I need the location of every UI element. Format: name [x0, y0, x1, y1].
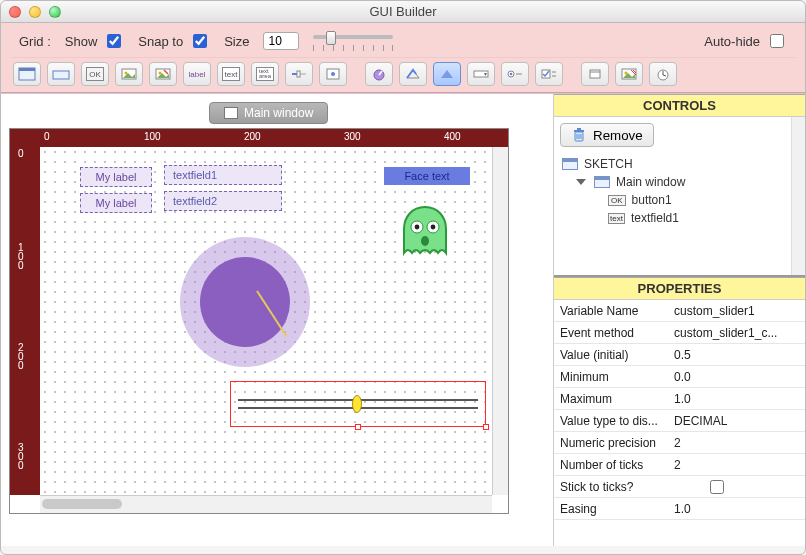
- tool-knob-icon[interactable]: [365, 62, 393, 86]
- svg-rect-35: [577, 128, 581, 130]
- property-value[interactable]: [670, 477, 805, 497]
- tool-label-icon[interactable]: label: [183, 62, 211, 86]
- property-value[interactable]: 1.0: [670, 392, 805, 406]
- canvas-textfield-1[interactable]: textfield1: [164, 165, 282, 185]
- tool-timer-icon[interactable]: [581, 62, 609, 86]
- tool-droplist-icon[interactable]: [467, 62, 495, 86]
- controls-panel-header: CONTROLS: [554, 94, 805, 117]
- zoom-icon[interactable]: [49, 6, 61, 18]
- property-row[interactable]: Numeric precision2: [554, 432, 805, 454]
- property-key: Minimum: [554, 370, 670, 384]
- button-icon: OK: [608, 195, 626, 206]
- tool-img-toggle-icon[interactable]: [149, 62, 177, 86]
- canvas-textfield-2[interactable]: textfield2: [164, 191, 282, 211]
- property-value[interactable]: 2: [670, 458, 805, 472]
- tool-slider-icon[interactable]: [285, 62, 313, 86]
- resize-handle-br[interactable]: [483, 424, 489, 430]
- tool-button-icon[interactable]: OK: [81, 62, 109, 86]
- canvas-ghost-sprite[interactable]: [398, 203, 452, 263]
- canvas-face-button[interactable]: Face text: [384, 167, 470, 185]
- canvas-hscrollbar[interactable]: [40, 495, 492, 513]
- autohide-label: Auto-hide: [704, 34, 760, 49]
- property-value[interactable]: 1.0: [670, 502, 805, 516]
- svg-point-11: [331, 72, 335, 76]
- property-key: Event method: [554, 326, 670, 340]
- property-value[interactable]: custom_slider1_c...: [670, 326, 805, 340]
- controls-scrollbar[interactable]: [791, 117, 805, 275]
- tool-image-icon[interactable]: [615, 62, 643, 86]
- tool-stick-icon[interactable]: [433, 62, 461, 86]
- property-row[interactable]: Minimum0.0: [554, 366, 805, 388]
- custom-slider-thumb[interactable]: [352, 395, 362, 413]
- tool-slider2d-icon[interactable]: [319, 62, 347, 86]
- canvas-frame: 0 100 200 300 400 0 100 200 300 My label…: [9, 128, 509, 514]
- tree-row-textfield1[interactable]: text textfield1: [562, 209, 799, 227]
- tool-image-button-icon[interactable]: [115, 62, 143, 86]
- canvas-label-1[interactable]: My label: [80, 167, 152, 187]
- content-area: Main window 0 100 200 300 400 0 100 200 …: [1, 93, 805, 546]
- snap-grid-checkbox[interactable]: Snap to: [138, 31, 210, 51]
- autohide-checkbox[interactable]: Auto-hide: [704, 31, 787, 51]
- property-value[interactable]: 2: [670, 436, 805, 450]
- property-key: Value (initial): [554, 348, 670, 362]
- tree-row-sketch[interactable]: SKETCH: [562, 155, 799, 173]
- property-row[interactable]: Number of ticks2: [554, 454, 805, 476]
- property-row[interactable]: Value type to dis...DECIMAL: [554, 410, 805, 432]
- ruler-h-0: 0: [44, 131, 50, 142]
- autohide-input[interactable]: [770, 34, 784, 48]
- property-key: Numeric precision: [554, 436, 670, 450]
- svg-rect-2: [53, 71, 69, 79]
- grid-size-slider[interactable]: [313, 31, 393, 51]
- canvas-pane: Main window 0 100 200 300 400 0 100 200 …: [1, 94, 553, 546]
- svg-rect-21: [590, 70, 600, 78]
- property-row[interactable]: Variable Namecustom_slider1: [554, 300, 805, 322]
- tree-row-button1[interactable]: OK button1: [562, 191, 799, 209]
- tool-window-icon[interactable]: [13, 62, 41, 86]
- remove-button[interactable]: Remove: [560, 123, 654, 147]
- resize-handle-bm[interactable]: [355, 424, 361, 430]
- property-key: Maximum: [554, 392, 670, 406]
- grid-label: Grid :: [19, 34, 51, 49]
- property-checkbox[interactable]: [710, 480, 724, 494]
- ruler-v-200: 200: [18, 343, 24, 370]
- tool-textarea-icon[interactable]: textarea: [251, 62, 279, 86]
- close-icon[interactable]: [9, 6, 21, 18]
- grid-size-label: Size: [224, 34, 249, 49]
- show-grid-input[interactable]: [107, 34, 121, 48]
- tool-option-icon[interactable]: [501, 62, 529, 86]
- property-value[interactable]: custom_slider1: [670, 304, 805, 318]
- chevron-down-icon[interactable]: [576, 179, 586, 185]
- window-title: GUI Builder: [1, 4, 805, 19]
- tool-checkbox-icon[interactable]: [535, 62, 563, 86]
- property-key: Easing: [554, 502, 670, 516]
- tool-panel-icon[interactable]: [47, 62, 75, 86]
- tree-mainwindow-label: Main window: [616, 175, 685, 189]
- textfield-icon: text: [608, 213, 625, 224]
- canvas-knob[interactable]: [180, 237, 310, 367]
- titlebar: GUI Builder: [1, 1, 805, 23]
- minimize-icon[interactable]: [29, 6, 41, 18]
- snap-grid-input[interactable]: [193, 34, 207, 48]
- ruler-horizontal: 0 100 200 300 400: [40, 129, 508, 147]
- property-row[interactable]: Event methodcustom_slider1_c...: [554, 322, 805, 344]
- property-row[interactable]: Stick to ticks?: [554, 476, 805, 498]
- property-row[interactable]: Maximum1.0: [554, 388, 805, 410]
- canvas-vscrollbar[interactable]: [492, 147, 508, 495]
- property-key: Stick to ticks?: [554, 480, 670, 494]
- property-row[interactable]: Easing1.0: [554, 498, 805, 520]
- property-value[interactable]: 0.5: [670, 348, 805, 362]
- trash-icon: [571, 127, 587, 143]
- tool-textfield-icon[interactable]: text: [217, 62, 245, 86]
- design-area[interactable]: My label My label textfield1 textfield2 …: [40, 147, 492, 495]
- grid-size-input[interactable]: [263, 32, 299, 50]
- property-value[interactable]: 0.0: [670, 370, 805, 384]
- canvas-hscroll-thumb[interactable]: [42, 499, 122, 509]
- canvas-label-2[interactable]: My label: [80, 193, 152, 213]
- property-row[interactable]: Value (initial)0.5: [554, 344, 805, 366]
- tool-clock-icon[interactable]: [649, 62, 677, 86]
- tool-progress-icon[interactable]: [399, 62, 427, 86]
- property-value[interactable]: DECIMAL: [670, 414, 805, 428]
- tree-row-mainwindow[interactable]: Main window: [562, 173, 799, 191]
- main-window-tab[interactable]: Main window: [209, 102, 328, 124]
- show-grid-checkbox[interactable]: Show: [65, 31, 125, 51]
